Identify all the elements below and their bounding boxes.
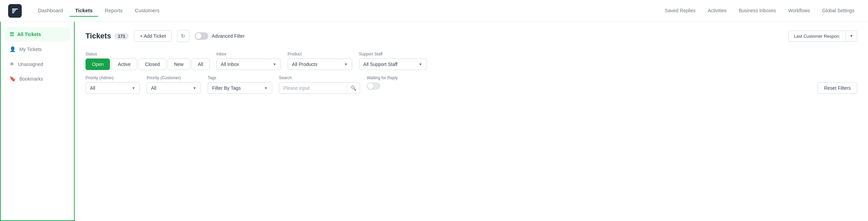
sidebar-item-bookmarks[interactable]: 🔖 Bookmarks	[5, 72, 70, 86]
waiting-reply-filter-group: Waiting for Reply	[367, 75, 398, 90]
sidebar-item-label: Unassigned	[18, 62, 43, 67]
filter-row-1: Status Open Active Closed New All Inbox …	[86, 52, 857, 70]
refresh-button[interactable]: ↻	[177, 30, 189, 42]
priority-customer-select[interactable]: All ▼	[147, 82, 201, 94]
list-icon: ☰	[10, 31, 14, 37]
user-icon: 👤	[10, 46, 16, 52]
refresh-icon: ↻	[181, 33, 185, 39]
sidebar-item-my-tickets[interactable]: 👤 My Tickets	[5, 42, 70, 56]
status-btn-all[interactable]: All	[191, 58, 210, 70]
sidebar-item-label: All Tickets	[17, 32, 41, 37]
product-select[interactable]: All Products ▼	[288, 58, 352, 70]
nav-item-activities[interactable]: Activities	[702, 5, 732, 17]
nav-item-tickets[interactable]: Tickets	[70, 5, 98, 17]
content-header: Tickets 171 + Add Ticket ↻ Advanced Filt…	[86, 30, 857, 42]
content-area: Tickets 171 + Add Ticket ↻ Advanced Filt…	[75, 22, 868, 221]
status-btn-active[interactable]: Active	[111, 58, 137, 70]
search-wrap: 🔍	[279, 82, 360, 94]
eye-icon: 👁	[10, 61, 15, 67]
logo[interactable]	[8, 4, 22, 18]
nav-item-workflows[interactable]: Workflows	[783, 5, 815, 17]
search-input[interactable]	[279, 83, 347, 94]
nav-item-saved-replies[interactable]: Saved Replies	[659, 5, 701, 17]
sort-dropdown: Last Customer Respon: ▼	[788, 31, 857, 42]
status-buttons: Open Active Closed New All	[86, 58, 210, 70]
bookmark-icon: 🔖	[10, 76, 16, 82]
priority-customer-filter-group: Priority (Customer) All ▼	[147, 75, 201, 94]
nav-item-reports[interactable]: Reports	[99, 5, 128, 17]
inbox-select[interactable]: All Inbox ▼	[216, 58, 281, 70]
sidebar-item-unassigned[interactable]: 👁 Unassigned	[5, 57, 70, 71]
tags-value: Filter By Tags	[212, 85, 241, 91]
nav-item-global-settings[interactable]: Global Settings	[817, 5, 860, 17]
tags-select[interactable]: Filter By Tags ▼	[208, 82, 272, 94]
support-staff-select[interactable]: All Support Staff ▼	[359, 58, 427, 70]
chevron-down-icon: ▼	[849, 34, 853, 38]
priority-customer-label: Priority (Customer)	[147, 75, 201, 80]
sidebar-item-label: Bookmarks	[19, 76, 43, 82]
search-icon[interactable]: 🔍	[347, 83, 360, 94]
nav-left: Dashboard Tickets Reports Customers	[33, 5, 648, 17]
nav-item-customers[interactable]: Customers	[129, 5, 165, 17]
support-staff-label: Support Staff	[359, 52, 427, 56]
tags-label: Tags	[208, 75, 272, 80]
priority-customer-value: All	[151, 85, 156, 91]
search-label: Search	[279, 75, 360, 80]
chevron-down-icon: ▼	[193, 86, 196, 90]
ticket-count-badge: 171	[114, 33, 129, 39]
chevron-down-icon: ▼	[273, 62, 277, 66]
chevron-down-icon: ▼	[344, 62, 348, 66]
status-btn-closed[interactable]: Closed	[138, 58, 166, 70]
sort-chevron-button[interactable]: ▼	[846, 31, 857, 41]
priority-admin-value: All	[90, 85, 95, 91]
nav-right: Saved Replies Activities Business Inboxe…	[659, 5, 860, 17]
page-title: Tickets 171	[86, 32, 129, 40]
sidebar-item-label: My Tickets	[19, 47, 42, 52]
inbox-value: All Inbox	[221, 62, 239, 67]
advanced-filter-label: Advanced Filter	[212, 33, 245, 39]
support-staff-filter-group: Support Staff All Support Staff ▼	[359, 52, 427, 70]
priority-admin-filter-group: Priority (Admin) All ▼	[86, 75, 140, 94]
product-value: All Products	[292, 62, 318, 67]
inbox-label: Inbox	[216, 52, 281, 56]
nav-item-dashboard[interactable]: Dashboard	[33, 5, 68, 17]
status-btn-new[interactable]: New	[168, 58, 190, 70]
priority-admin-label: Priority (Admin)	[86, 75, 140, 80]
filters-section: Status Open Active Closed New All Inbox …	[86, 52, 857, 94]
waiting-reply-label: Waiting for Reply	[367, 75, 398, 80]
reset-filters-button[interactable]: Reset Filters	[817, 82, 857, 94]
reset-filters-group: Reset Filters	[817, 75, 857, 94]
support-staff-value: All Support Staff	[363, 62, 398, 67]
status-btn-open[interactable]: Open	[86, 58, 110, 70]
chevron-down-icon: ▼	[264, 86, 268, 90]
waiting-row	[367, 82, 398, 90]
search-filter-group: Search 🔍	[279, 75, 360, 94]
sidebar: ☰ All Tickets 👤 My Tickets 👁 Unassigned …	[0, 22, 75, 221]
status-label: Status	[86, 52, 210, 56]
chevron-down-icon: ▼	[132, 86, 135, 90]
product-filter-group: Product All Products ▼	[288, 52, 352, 70]
sidebar-item-all-tickets[interactable]: ☰ All Tickets	[5, 27, 70, 41]
filter-row-2: Priority (Admin) All ▼ Priority (Custome…	[86, 75, 857, 94]
product-label: Product	[288, 52, 352, 56]
chevron-down-icon: ▼	[419, 62, 422, 66]
nav-item-business-inboxes[interactable]: Business Inboxes	[733, 5, 781, 17]
status-filter-group: Status Open Active Closed New All	[86, 52, 210, 70]
advanced-filter-toggle[interactable]	[195, 32, 208, 40]
waiting-reply-toggle[interactable]	[367, 82, 380, 90]
add-ticket-button[interactable]: + Add Ticket	[134, 30, 172, 42]
sort-main-button[interactable]: Last Customer Respon:	[788, 31, 846, 42]
tags-filter-group: Tags Filter By Tags ▼	[208, 75, 272, 94]
top-navigation: Dashboard Tickets Reports Customers Save…	[0, 0, 868, 22]
priority-admin-select[interactable]: All ▼	[86, 82, 140, 94]
advanced-filter-wrap: Advanced Filter	[195, 32, 245, 40]
inbox-filter-group: Inbox All Inbox ▼	[216, 52, 281, 70]
main-layout: ☰ All Tickets 👤 My Tickets 👁 Unassigned …	[0, 22, 868, 221]
